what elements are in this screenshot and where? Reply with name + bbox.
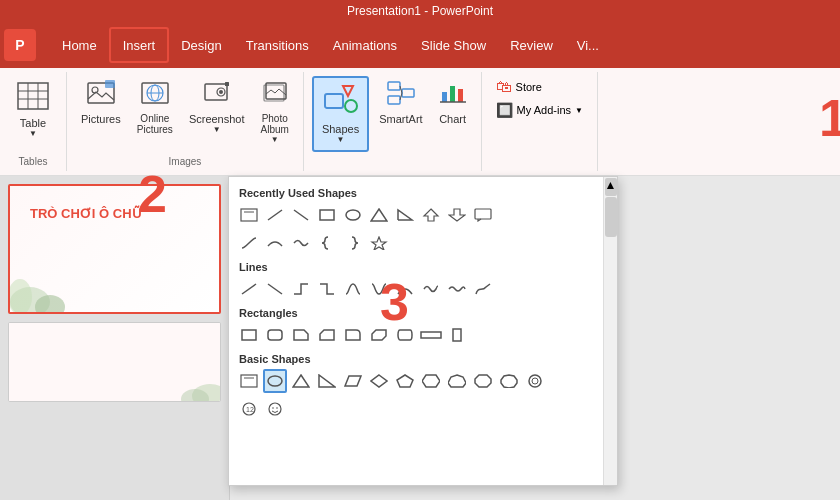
shape-ellipse[interactable]: [341, 203, 365, 227]
step-2-badge: 2: [138, 164, 167, 224]
ribbon-group-images: Pictures OnlinePictures: [67, 72, 304, 171]
basic-heptagon[interactable]: [445, 369, 469, 393]
svg-rect-40: [320, 210, 334, 220]
table-button[interactable]: Table ▼: [8, 76, 58, 144]
basic-parallelogram[interactable]: [341, 369, 365, 393]
shapes-dropdown: ▼: [337, 135, 345, 144]
scrollbar-thumb[interactable]: [605, 197, 617, 237]
shape-s-curve[interactable]: [237, 231, 261, 255]
basic-hexagon[interactable]: [419, 369, 443, 393]
smartart-icon: [387, 80, 415, 110]
screenshot-button[interactable]: Screenshot ▼: [183, 76, 251, 138]
line-wave[interactable]: [419, 277, 443, 301]
online-pictures-button[interactable]: OnlinePictures: [131, 76, 179, 139]
basic-triangle-isoc[interactable]: [289, 369, 313, 393]
svg-marker-63: [371, 375, 387, 387]
photo-album-button[interactable]: PhotoAlbum ▼: [255, 76, 295, 148]
rect-vertical[interactable]: [445, 323, 469, 347]
menu-insert[interactable]: Insert: [109, 27, 170, 63]
basic-right-triangle[interactable]: [315, 369, 339, 393]
section-basic-shapes-title: Basic Shapes: [229, 349, 601, 367]
table-label: Table: [20, 117, 46, 129]
svg-point-69: [529, 375, 541, 387]
svg-marker-44: [449, 209, 465, 221]
svg-rect-19: [325, 94, 343, 108]
svg-marker-42: [371, 209, 387, 221]
menu-home[interactable]: Home: [50, 27, 109, 63]
scrollbar-track[interactable]: ▲: [603, 177, 617, 485]
shapes-button[interactable]: Shapes ▼: [312, 76, 369, 152]
svg-point-21: [345, 100, 357, 112]
addins-icon: 🔲: [496, 102, 513, 118]
basic-decagon[interactable]: [497, 369, 521, 393]
slide-panel: TRÒ CHƠI Ô CHỮ: [0, 176, 230, 500]
shape-triangle[interactable]: [367, 203, 391, 227]
tables-group-label: Tables: [19, 152, 48, 167]
screenshot-dropdown: ▼: [213, 125, 221, 134]
rect-snipped2[interactable]: [315, 323, 339, 347]
basic-smiley[interactable]: [263, 397, 287, 421]
line-diag-right[interactable]: [263, 277, 287, 301]
chart-icon: [439, 80, 467, 110]
slide-title: TRÒ CHƠI Ô CHỮ: [30, 206, 143, 221]
menu-design[interactable]: Design: [169, 27, 233, 63]
rect-round-one[interactable]: [341, 323, 365, 347]
shape-rect[interactable]: [315, 203, 339, 227]
svg-rect-29: [458, 89, 463, 102]
shape-line-diag1[interactable]: [263, 203, 287, 227]
rect-square[interactable]: [237, 323, 261, 347]
svg-rect-56: [453, 329, 461, 341]
shape-line-diag2[interactable]: [289, 203, 313, 227]
menu-review[interactable]: Review: [498, 27, 565, 63]
shape-arc[interactable]: [263, 231, 287, 255]
shapes-label: Shapes: [322, 123, 359, 135]
basic-number-12[interactable]: 12: [237, 397, 261, 421]
app-logo: P: [15, 37, 24, 53]
line-freeform[interactable]: [471, 277, 495, 301]
line-scribble[interactable]: [445, 277, 469, 301]
line-straight[interactable]: [237, 277, 261, 301]
shape-star[interactable]: [367, 231, 391, 255]
rect-snipped1[interactable]: [289, 323, 313, 347]
line-curved1[interactable]: [341, 277, 365, 301]
photo-album-icon: [261, 80, 289, 110]
smartart-button[interactable]: SmartArt: [373, 76, 428, 129]
shape-textbox[interactable]: [237, 203, 261, 227]
my-add-ins-button[interactable]: 🔲 My Add-ins ▼: [490, 100, 589, 120]
line-elbow1[interactable]: [289, 277, 313, 301]
slide-thumbnail-2[interactable]: [8, 322, 221, 402]
shape-arrow-down-left[interactable]: [419, 203, 443, 227]
store-label: Store: [516, 81, 542, 93]
rect-horizontal[interactable]: [419, 323, 443, 347]
basic-circle-ring[interactable]: [523, 369, 547, 393]
shape-brace-close[interactable]: [341, 231, 365, 255]
scroll-up-arrow[interactable]: ▲: [605, 178, 617, 196]
pictures-button[interactable]: Pictures: [75, 76, 127, 129]
svg-marker-52: [320, 330, 334, 340]
smartart-label: SmartArt: [379, 113, 422, 125]
menu-animations[interactable]: Animations: [321, 27, 409, 63]
menu-slideshow[interactable]: Slide Show: [409, 27, 498, 63]
svg-marker-46: [372, 237, 386, 250]
svg-point-14: [219, 90, 223, 94]
basic-octagon[interactable]: [471, 369, 495, 393]
basic-diamond[interactable]: [367, 369, 391, 393]
basic-oval[interactable]: [263, 369, 287, 393]
shape-arrow-down-right[interactable]: [445, 203, 469, 227]
shape-brace-open[interactable]: [315, 231, 339, 255]
shape-right-angle[interactable]: [393, 203, 417, 227]
basic-textbox[interactable]: [237, 369, 261, 393]
rect-rounded[interactable]: [263, 323, 287, 347]
line-elbow2[interactable]: [315, 277, 339, 301]
store-button[interactable]: 🛍 Store: [490, 76, 589, 98]
section-rectangles-title: Rectangles: [229, 303, 601, 321]
svg-marker-68: [501, 375, 517, 388]
shape-wave[interactable]: [289, 231, 313, 255]
menu-transitions[interactable]: Transitions: [234, 27, 321, 63]
menu-view[interactable]: Vi...: [565, 27, 611, 63]
ribbon-group-illustrations: Shapes ▼ SmartArt: [304, 72, 482, 171]
basic-pentagon[interactable]: [393, 369, 417, 393]
slide-thumbnail-1[interactable]: TRÒ CHƠI Ô CHỮ: [8, 184, 221, 314]
shape-callout[interactable]: [471, 203, 495, 227]
chart-button[interactable]: Chart: [433, 76, 473, 129]
